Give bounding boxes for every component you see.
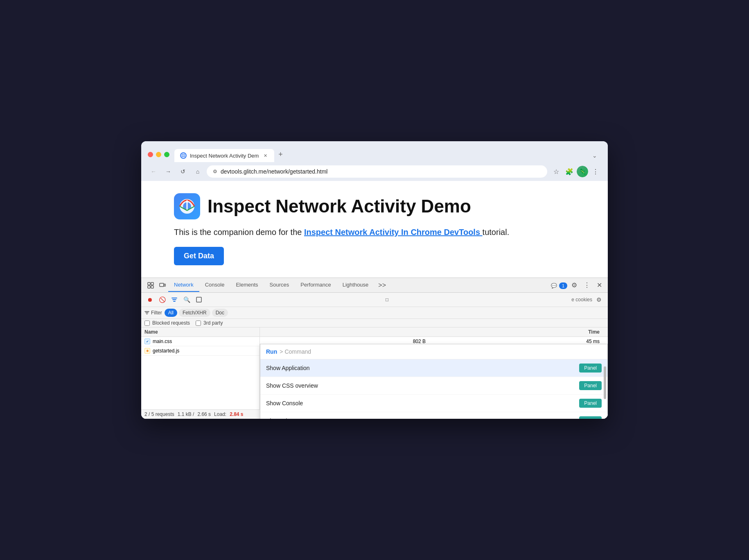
description-suffix: tutorial. (483, 228, 510, 237)
list-item[interactable]: Show Elements Panel (260, 412, 607, 419)
third-party-label: 3rd party (203, 320, 223, 326)
table-row[interactable]: ✱ getstarted.js (141, 346, 259, 356)
address-bar[interactable]: ⚙ (207, 165, 547, 178)
devtools-settings-button[interactable]: ⚙ (569, 278, 580, 292)
filter-toggle-button[interactable] (169, 294, 180, 305)
address-security-icon: ⚙ (213, 169, 217, 174)
refresh-button[interactable]: ↺ (177, 166, 189, 177)
blocked-requests-checkbox[interactable] (144, 321, 150, 326)
devtools-close-button[interactable]: ✕ (594, 278, 605, 292)
requests-count: 2 / 5 requests (144, 411, 174, 417)
search-button[interactable]: 🔍 (181, 294, 192, 305)
nav-actions: ☆ 🧩 🦎 ⋮ (550, 166, 601, 177)
js-file-icon: ✱ (144, 348, 150, 354)
filter-chip-all[interactable]: All (165, 309, 177, 317)
cp-item-label-0: Show Application (266, 365, 579, 371)
tab-title: Inspect Network Activity Dem (190, 153, 259, 159)
svg-rect-3 (148, 282, 150, 285)
active-tab[interactable]: Inspect Network Activity Dem ✕ (174, 149, 274, 162)
file-name-css: main.css (153, 339, 172, 344)
network-sidebar: Name ✔ main.css ✱ getstarted.js (141, 327, 260, 409)
tab-close-button[interactable]: ✕ (262, 152, 268, 159)
cp-item-label-3: Show Elements (266, 418, 579, 419)
tutorial-link[interactable]: Inspect Network Activity In Chrome DevTo… (304, 228, 483, 237)
blocked-requests-row: Blocked requests 3rd party (141, 319, 608, 327)
nav-bar: ← → ↺ ⌂ ⚙ ☆ 🧩 🦎 ⋮ (141, 162, 608, 181)
tabs-bar: Inspect Network Activity Dem ✕ + ⌄ (174, 147, 601, 162)
filter-label: Filter (144, 310, 162, 316)
command-palette-header: Run > Command (260, 344, 607, 359)
list-item[interactable]: Show Console Panel (260, 395, 607, 412)
name-column-header: Name (141, 327, 259, 337)
device-toggle-icon[interactable] (157, 279, 168, 292)
cp-panel-btn-2[interactable]: Panel (579, 399, 602, 408)
minimize-button[interactable] (156, 152, 161, 157)
tabs-dropdown-button[interactable]: ⌄ (588, 149, 601, 162)
cp-panel-btn-1[interactable]: Panel (579, 381, 602, 390)
blocked-requests-label: Blocked requests (152, 320, 190, 326)
close-button[interactable] (148, 152, 153, 157)
filter-chip-fetch-xhr[interactable]: Fetch/XHR (179, 309, 210, 317)
profile-avatar[interactable]: 🦎 (577, 166, 588, 177)
cp-item-label-1: Show CSS overview (266, 382, 579, 389)
time-value-0: 45 ms (586, 339, 600, 344)
bookmark-button[interactable]: ☆ (550, 166, 562, 177)
console-badge: 💬 1 (551, 282, 567, 289)
finish-time: 2.66 s (197, 411, 211, 417)
cp-placeholder: Command (284, 348, 311, 355)
get-data-button[interactable]: Get Data (174, 247, 224, 265)
tab-console[interactable]: Console (199, 278, 230, 292)
list-item[interactable]: Show Application Panel (260, 359, 607, 377)
table-row[interactable]: ✔ main.css (141, 337, 259, 346)
filter-chips: All Fetch/XHR Doc (165, 309, 228, 317)
filter-chip-doc[interactable]: Doc (212, 309, 228, 317)
home-button[interactable]: ⌂ (192, 166, 203, 177)
network-toolbar: ⏺ 🚫 🔍 □ e cookies ⚙ (141, 293, 608, 307)
extensions-button[interactable]: 🧩 (564, 166, 575, 177)
third-party-checkbox[interactable] (196, 321, 201, 326)
command-palette: Run > Command Show Application Panel Sho… (260, 344, 608, 419)
cp-panel-btn-3[interactable]: Panel (579, 416, 602, 419)
new-tab-button[interactable]: + (274, 147, 287, 162)
network-settings-icon: ⚙ (596, 296, 602, 303)
tab-performance[interactable]: Performance (295, 278, 336, 292)
tab-sources[interactable]: Sources (264, 278, 295, 292)
devtools-right-actions: 💬 1 ⚙ ⋮ ✕ (551, 278, 605, 292)
inspect-element-icon[interactable] (144, 278, 157, 292)
command-palette-scrollbar[interactable] (603, 365, 607, 419)
forward-button[interactable]: → (162, 166, 174, 177)
record-button[interactable]: ⏺ (144, 294, 155, 305)
back-button[interactable]: ← (148, 166, 159, 177)
tab-lighthouse[interactable]: Lighthouse (337, 278, 374, 292)
cp-panel-btn-0[interactable]: Panel (579, 364, 602, 373)
clear-button[interactable]: 🚫 (157, 294, 167, 305)
tab-network[interactable]: Network (168, 278, 199, 292)
time-column-header: Time (260, 327, 608, 336)
svg-rect-4 (151, 282, 153, 285)
page-logo (174, 193, 200, 219)
description-prefix: This is the companion demo for the (174, 228, 304, 237)
devtools-more-button[interactable]: ⋮ (581, 278, 593, 292)
disable-cache-checkbox[interactable]: □ (386, 297, 390, 303)
svg-rect-7 (160, 283, 164, 287)
scrollbar-thumb (604, 366, 606, 399)
tab-elements[interactable]: Elements (230, 278, 264, 292)
screenshot-button[interactable] (194, 294, 204, 305)
size-value-0: 802 B (413, 339, 426, 344)
list-item[interactable]: Show CSS overview Panel (260, 377, 607, 395)
address-input[interactable] (221, 168, 541, 175)
devtools-tab-bar: Network Console Elements Sources Perform… (141, 278, 608, 293)
cp-item-label-2: Show Console (266, 400, 579, 406)
network-filter-bar: Filter All Fetch/XHR Doc (141, 307, 608, 319)
page-title: Inspect Network Activity Demo (208, 196, 471, 217)
traffic-lights (148, 152, 169, 157)
maximize-button[interactable] (164, 152, 169, 157)
network-settings-button[interactable]: ⚙ (594, 294, 605, 305)
svg-rect-5 (148, 286, 150, 288)
svg-rect-6 (151, 286, 153, 288)
more-tabs-button[interactable]: >> (374, 278, 390, 292)
network-main-header: Time (260, 327, 608, 337)
chrome-menu-button[interactable]: ⋮ (590, 166, 601, 177)
run-label[interactable]: Run (266, 348, 277, 355)
filter-text: Filter (151, 310, 162, 316)
